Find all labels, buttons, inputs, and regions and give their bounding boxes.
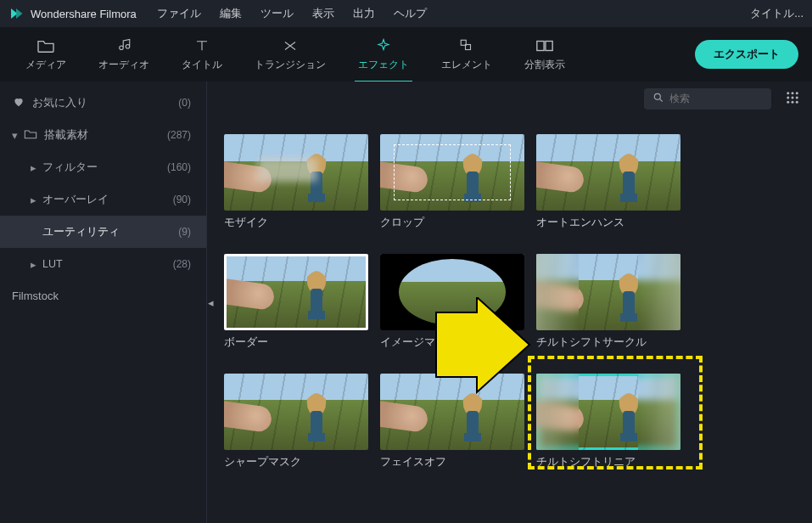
tab-label: メディア [25,58,66,72]
sidebar-filmstock[interactable]: Filmstock [0,280,206,311]
sidebar-item-count: (160) [167,161,191,173]
effect-card-autoenhance[interactable]: オートエンハンス [536,134,680,230]
effect-thumbnail [380,254,524,330]
menu-bar: ファイル 編集 ツール 表示 出力 ヘルプ [157,6,427,21]
svg-point-10 [796,96,798,98]
svg-rect-31 [308,433,325,441]
main-area: お気に入り (0) ▾ 搭載素材 (287) ▸ フィルター (160) ▸ オ… [0,82,812,523]
grid-view-icon[interactable] [785,90,800,108]
text-icon [193,37,211,54]
app-logo [8,6,24,21]
menu-help[interactable]: ヘルプ [394,6,427,21]
sidebar-child-overlay[interactable]: ▸ オーバーレイ (90) [0,183,206,216]
search-input[interactable] [669,93,763,104]
search-icon [652,92,664,106]
sidebar-item-count: (287) [167,129,191,141]
sidebar-favorites[interactable]: お気に入り (0) [0,87,206,119]
tab-label: エフェクト [358,58,409,72]
tab-audio[interactable]: オーディオ [87,32,161,77]
svg-rect-37 [620,433,637,441]
effect-thumbnail [224,254,368,330]
sidebar-collapse-handle[interactable]: ◂ [206,285,215,319]
effect-caption: モザイク [224,216,368,230]
shapes-icon [457,37,476,54]
svg-point-11 [787,100,789,103]
export-button[interactable]: エクスポート [695,40,798,69]
svg-point-7 [796,92,798,94]
titlebar: Wondershare Filmora ファイル 編集 ツール 表示 出力 ヘル… [0,0,812,27]
tab-label: オーディオ [98,58,149,72]
folder-icon [24,128,39,143]
svg-rect-25 [308,311,325,319]
effect-card-border[interactable]: ボーダー [224,254,368,350]
sidebar-item-label: オーバーレイ [42,193,173,207]
menu-edit[interactable]: 編集 [220,6,242,21]
effect-caption: ボーダー [224,335,368,350]
sidebar-child-lut[interactable]: ▸ LUT (28) [0,248,206,280]
effect-thumbnail [380,374,524,450]
tab-effect[interactable]: エフェクト [346,32,421,77]
transition-icon [281,37,300,54]
svg-point-8 [787,96,789,98]
svg-rect-3 [546,41,552,50]
content-pane: ◂ モザイククロップオートエンハンスボーダーイメージマ...チルトシフトサークル… [207,82,812,523]
effect-thumbnail [224,374,368,450]
svg-rect-30 [311,411,322,436]
menu-output[interactable]: 出力 [353,6,375,21]
svg-rect-33 [467,411,479,436]
effect-card-imagemask[interactable]: イメージマ... [380,254,524,350]
effect-caption: シャープマスク [224,455,368,470]
sidebar-item-count: (9) [178,226,191,238]
effect-thumbnail [224,134,368,211]
chevron-right-icon: ▸ [31,161,42,174]
tab-label: 分割表示 [524,58,565,72]
chevron-right-icon: ▸ [31,194,42,206]
sidebar-child-utility[interactable]: ▸ ユーティリティ (9) [0,216,206,248]
effect-thumbnail [536,134,680,211]
tab-split[interactable]: 分割表示 [512,32,577,77]
sidebar-item-label: お気に入り [32,95,178,110]
tab-element[interactable]: エレメント [429,32,504,77]
sidebar-builtin[interactable]: ▾ 搭載素材 (287) [0,119,206,151]
svg-rect-36 [623,411,635,436]
chevron-right-icon: ▸ [31,258,42,271]
svg-point-6 [792,92,794,94]
tab-title[interactable]: タイトル [170,32,234,77]
svg-point-13 [796,100,798,103]
tab-label: トランジション [255,58,326,72]
effect-card-tiltlinear[interactable]: チルトシフトリニア [536,374,680,470]
svg-rect-24 [311,289,322,314]
svg-rect-21 [623,172,635,197]
sparkle-icon [374,37,393,54]
tab-label: エレメント [441,58,492,72]
menu-tool[interactable]: ツール [260,6,294,21]
tab-label: タイトル [182,58,222,72]
svg-rect-34 [464,433,481,441]
effect-card-tiltcircle[interactable]: チルトシフトサークル [536,254,680,350]
search-box[interactable] [644,88,771,110]
svg-rect-27 [623,291,635,317]
sidebar-child-filter[interactable]: ▸ フィルター (160) [0,151,206,183]
sidebar-item-count: (28) [173,258,191,270]
tab-media[interactable]: メディア [14,32,78,77]
tab-transition[interactable]: トランジション [243,32,338,77]
effect-thumbnail [536,374,680,450]
effect-card-faceoff[interactable]: フェイスオフ [380,374,524,470]
effect-card-sharpmask[interactable]: シャープマスク [224,374,368,470]
effect-caption: イメージマ... [380,335,524,350]
menu-file[interactable]: ファイル [157,6,201,21]
effect-card-mosaic[interactable]: モザイク [224,134,368,230]
folder-icon [36,37,55,54]
svg-rect-16 [308,194,325,202]
svg-rect-2 [537,41,544,50]
sidebar-item-label: ユーティリティ [42,225,178,239]
sidebar-item-label: フィルター [42,160,167,175]
app-name: Wondershare Filmora [31,8,137,20]
svg-point-9 [792,96,794,98]
chevron-down-icon: ▾ [12,129,24,142]
effect-card-crop[interactable]: クロップ [380,134,524,230]
menu-view[interactable]: 表示 [312,6,334,21]
content-topbar [207,82,812,115]
sidebar-item-label: 搭載素材 [44,127,167,143]
heart-icon [12,96,27,110]
